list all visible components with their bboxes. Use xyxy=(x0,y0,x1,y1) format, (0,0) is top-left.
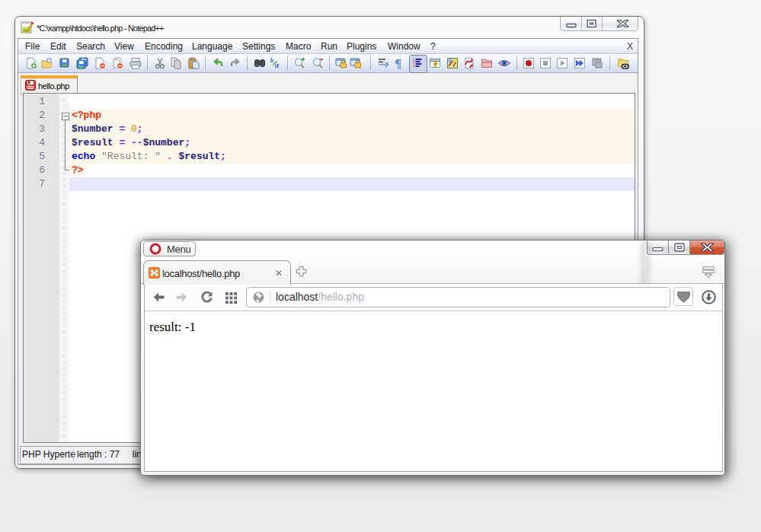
svg-text:b: b xyxy=(270,57,273,64)
svg-text:¶: ¶ xyxy=(395,57,401,69)
